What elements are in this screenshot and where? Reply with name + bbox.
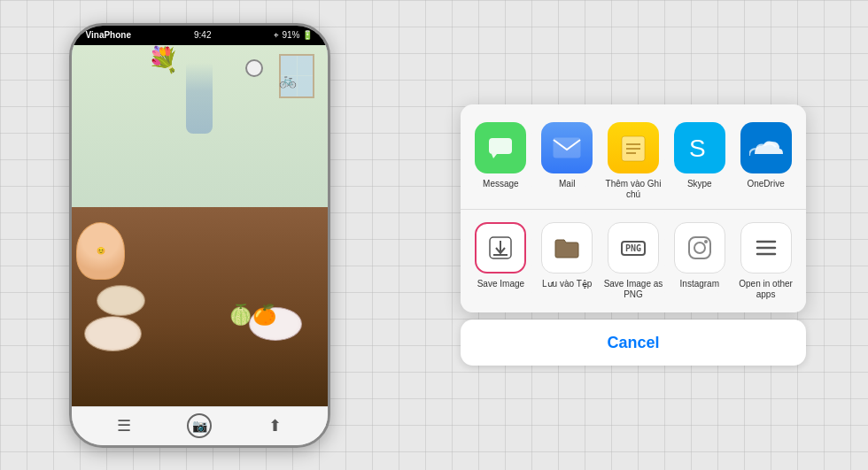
save-png-icon-box: PNG: [608, 222, 659, 274]
messages-icon: [475, 122, 526, 173]
plate1-decoration: [97, 285, 145, 316]
svg-point-12: [694, 243, 705, 253]
save-files-label: Lưu vào Tệp: [542, 279, 592, 289]
actions-row: Save Image Lưu vào Tệp PNG Save Image as…: [461, 210, 806, 312]
onedrive-label: OneDrive: [747, 179, 784, 189]
share-sheet: Message Mail: [461, 104, 806, 312]
action-instagram[interactable]: Instagram: [670, 222, 730, 300]
battery-icon: 🔋: [302, 30, 313, 40]
cancel-button[interactable]: Cancel: [461, 320, 806, 366]
iphone-mockup: VinaPhone 9:42 ⌖ 91% 🔋: [62, 19, 337, 452]
location-icon: ⌖: [274, 30, 279, 41]
cancel-button-wrap: Cancel: [461, 320, 806, 366]
bike-decoration: 🚲: [279, 72, 297, 89]
status-bar: VinaPhone 9:42 ⌖ 91% 🔋: [72, 26, 328, 45]
skype-icon: S: [674, 122, 725, 173]
svg-marker-1: [492, 154, 497, 158]
skype-label: Skype: [687, 179, 712, 189]
save-image-icon-box: [475, 222, 526, 274]
battery-area: ⌖ 91% 🔋: [274, 30, 313, 41]
app-skype[interactable]: S Skype: [670, 122, 730, 200]
open-other-icon-box: [740, 222, 792, 274]
plate2-decoration: [84, 316, 142, 351]
png-badge: PNG: [621, 241, 646, 256]
share-icon[interactable]: ⬆: [268, 416, 282, 435]
time-label: 9:42: [194, 30, 211, 40]
action-save-files[interactable]: Lưu vào Tệp: [537, 222, 597, 300]
notes-label: Thêm vào Ghi chú: [603, 179, 663, 200]
action-save-image[interactable]: Save Image: [470, 222, 531, 300]
onedrive-icon: [740, 122, 792, 173]
iphone-frame: VinaPhone 9:42 ⌖ 91% 🔋: [69, 23, 330, 448]
save-png-label: Save Image as PNG: [603, 279, 663, 300]
instagram-icon-box: [674, 222, 725, 274]
mail-icon: [541, 122, 593, 173]
photo-background: 🚲 💐 🍈🍊 😊: [72, 45, 328, 406]
flower-decoration: 💐: [148, 45, 179, 74]
vase-decoration: [186, 63, 213, 134]
app-onedrive[interactable]: OneDrive: [736, 122, 796, 200]
save-image-label: Save Image: [477, 279, 524, 289]
svg-rect-2: [554, 138, 580, 158]
fruit-decoration: 🍈🍊: [229, 304, 276, 327]
camera-icon[interactable]: 📷: [187, 413, 212, 438]
svg-rect-0: [489, 138, 512, 154]
instagram-label: Instagram: [680, 279, 719, 289]
mail-label: Mail: [559, 179, 575, 189]
save-files-icon-box: [541, 222, 593, 274]
share-sheet-container: Message Mail: [461, 104, 806, 366]
apps-row: Message Mail: [461, 104, 806, 210]
app-notes[interactable]: Thêm vào Ghi chú: [603, 122, 663, 200]
app-message[interactable]: Message: [470, 122, 531, 200]
menu-icon[interactable]: ☰: [117, 416, 131, 435]
clock-decoration: [245, 59, 263, 77]
message-label: Message: [483, 179, 519, 189]
svg-point-13: [704, 240, 708, 243]
action-save-png[interactable]: PNG Save Image as PNG: [603, 222, 663, 300]
battery-label: 91%: [282, 30, 299, 40]
open-other-label: Open in other apps: [736, 279, 796, 300]
notes-icon: [608, 122, 659, 173]
photo-area: 🚲 💐 🍈🍊 😊: [72, 45, 328, 406]
action-open-other[interactable]: Open in other apps: [736, 222, 796, 300]
bitmoji-character: 😊: [76, 222, 125, 280]
iphone-toolbar: ☰ 📷 ⬆: [72, 406, 328, 445]
app-mail[interactable]: Mail: [537, 122, 597, 200]
svg-text:S: S: [689, 135, 706, 162]
carrier-label: VinaPhone: [86, 30, 132, 40]
